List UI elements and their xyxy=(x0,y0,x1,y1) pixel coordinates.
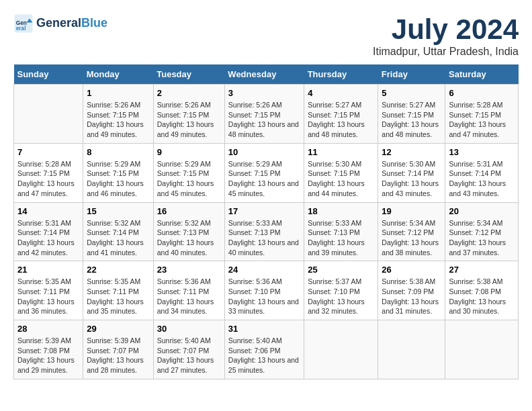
header-cell-tuesday: Tuesday xyxy=(153,64,224,85)
day-cell: 8Sunrise: 5:29 AMSunset: 7:15 PMDaylight… xyxy=(83,143,154,202)
day-cell: 24Sunrise: 5:36 AMSunset: 7:10 PMDayligh… xyxy=(224,261,304,320)
day-info: Sunrise: 5:29 AMSunset: 7:15 PMDaylight:… xyxy=(228,159,300,199)
day-info: Sunrise: 5:37 AMSunset: 7:10 PMDaylight:… xyxy=(308,277,374,316)
day-number: 7 xyxy=(17,147,79,157)
day-number: 18 xyxy=(308,206,374,216)
day-info: Sunrise: 5:29 AMSunset: 7:15 PMDaylight:… xyxy=(157,159,221,199)
day-info: Sunrise: 5:38 AMSunset: 7:09 PMDaylight:… xyxy=(382,277,441,316)
day-cell: 4Sunrise: 5:27 AMSunset: 7:15 PMDaylight… xyxy=(304,85,378,144)
header-cell-friday: Friday xyxy=(378,64,445,85)
day-cell: 9Sunrise: 5:29 AMSunset: 7:15 PMDaylight… xyxy=(153,143,224,202)
day-info: Sunrise: 5:30 AMSunset: 7:14 PMDaylight:… xyxy=(382,159,441,199)
day-cell: 20Sunrise: 5:34 AMSunset: 7:12 PMDayligh… xyxy=(445,202,519,261)
day-info: Sunrise: 5:40 AMSunset: 7:06 PMDaylight:… xyxy=(228,336,300,375)
day-cell: 18Sunrise: 5:33 AMSunset: 7:13 PMDayligh… xyxy=(304,202,378,261)
day-cell: 14Sunrise: 5:31 AMSunset: 7:14 PMDayligh… xyxy=(14,202,83,261)
day-cell: 30Sunrise: 5:40 AMSunset: 7:07 PMDayligh… xyxy=(153,320,224,379)
week-row-4: 21Sunrise: 5:35 AMSunset: 7:11 PMDayligh… xyxy=(14,261,519,320)
day-info: Sunrise: 5:32 AMSunset: 7:13 PMDaylight:… xyxy=(157,218,221,258)
day-cell xyxy=(378,320,445,379)
header-row: SundayMondayTuesdayWednesdayThursdayFrid… xyxy=(14,64,519,85)
day-cell: 16Sunrise: 5:32 AMSunset: 7:13 PMDayligh… xyxy=(153,202,224,261)
day-info: Sunrise: 5:31 AMSunset: 7:14 PMDaylight:… xyxy=(449,159,515,199)
logo: Gen eral GeneralBlue xyxy=(13,13,107,34)
header-cell-wednesday: Wednesday xyxy=(224,64,304,85)
day-number: 20 xyxy=(449,206,515,216)
day-info: Sunrise: 5:39 AMSunset: 7:07 PMDaylight:… xyxy=(87,336,150,375)
day-number: 11 xyxy=(308,147,374,157)
svg-text:eral: eral xyxy=(16,26,26,32)
day-number: 31 xyxy=(228,324,300,334)
day-info: Sunrise: 5:27 AMSunset: 7:15 PMDaylight:… xyxy=(382,100,441,140)
day-number: 24 xyxy=(228,265,300,275)
day-info: Sunrise: 5:36 AMSunset: 7:11 PMDaylight:… xyxy=(157,277,221,316)
day-number: 1 xyxy=(87,88,150,98)
day-info: Sunrise: 5:35 AMSunset: 7:11 PMDaylight:… xyxy=(87,277,150,316)
day-info: Sunrise: 5:36 AMSunset: 7:10 PMDaylight:… xyxy=(228,277,300,316)
main-title: July 2024 xyxy=(373,13,519,46)
day-cell: 1Sunrise: 5:26 AMSunset: 7:15 PMDaylight… xyxy=(83,85,154,144)
day-cell: 13Sunrise: 5:31 AMSunset: 7:14 PMDayligh… xyxy=(445,143,519,202)
day-number: 22 xyxy=(87,265,150,275)
day-info: Sunrise: 5:32 AMSunset: 7:14 PMDaylight:… xyxy=(87,218,150,258)
header-cell-saturday: Saturday xyxy=(445,64,519,85)
day-cell: 29Sunrise: 5:39 AMSunset: 7:07 PMDayligh… xyxy=(83,320,154,379)
logo-text: GeneralBlue xyxy=(36,17,107,30)
day-cell: 12Sunrise: 5:30 AMSunset: 7:14 PMDayligh… xyxy=(378,143,445,202)
day-number: 19 xyxy=(382,206,441,216)
week-row-3: 14Sunrise: 5:31 AMSunset: 7:14 PMDayligh… xyxy=(14,202,519,261)
day-number: 3 xyxy=(228,88,300,98)
day-cell xyxy=(304,320,378,379)
day-number: 8 xyxy=(87,147,150,157)
day-number: 5 xyxy=(382,88,441,98)
day-cell: 19Sunrise: 5:34 AMSunset: 7:12 PMDayligh… xyxy=(378,202,445,261)
day-number: 21 xyxy=(17,265,79,275)
day-number: 15 xyxy=(87,206,150,216)
calendar-body: 1Sunrise: 5:26 AMSunset: 7:15 PMDaylight… xyxy=(14,85,519,379)
day-number: 23 xyxy=(157,265,221,275)
day-number: 26 xyxy=(382,265,441,275)
day-cell: 17Sunrise: 5:33 AMSunset: 7:13 PMDayligh… xyxy=(224,202,304,261)
logo-icon: Gen eral xyxy=(13,13,34,34)
day-cell: 2Sunrise: 5:26 AMSunset: 7:15 PMDaylight… xyxy=(153,85,224,144)
day-number: 9 xyxy=(157,147,221,157)
day-number: 28 xyxy=(17,324,79,334)
day-number: 6 xyxy=(449,88,515,98)
day-info: Sunrise: 5:33 AMSunset: 7:13 PMDaylight:… xyxy=(228,218,300,258)
day-number: 29 xyxy=(87,324,150,334)
day-info: Sunrise: 5:31 AMSunset: 7:14 PMDaylight:… xyxy=(17,218,79,258)
day-number: 13 xyxy=(449,147,515,157)
day-info: Sunrise: 5:26 AMSunset: 7:15 PMDaylight:… xyxy=(157,100,221,140)
calendar-header: SundayMondayTuesdayWednesdayThursdayFrid… xyxy=(14,64,519,85)
day-cell: 31Sunrise: 5:40 AMSunset: 7:06 PMDayligh… xyxy=(224,320,304,379)
day-number: 14 xyxy=(17,206,79,216)
day-cell: 28Sunrise: 5:39 AMSunset: 7:08 PMDayligh… xyxy=(14,320,83,379)
week-row-2: 7Sunrise: 5:28 AMSunset: 7:15 PMDaylight… xyxy=(14,143,519,202)
day-info: Sunrise: 5:34 AMSunset: 7:12 PMDaylight:… xyxy=(449,218,515,258)
day-number: 4 xyxy=(308,88,374,98)
day-cell: 27Sunrise: 5:38 AMSunset: 7:08 PMDayligh… xyxy=(445,261,519,320)
calendar-table: SundayMondayTuesdayWednesdayThursdayFrid… xyxy=(13,64,519,379)
day-cell xyxy=(14,85,83,144)
day-cell: 23Sunrise: 5:36 AMSunset: 7:11 PMDayligh… xyxy=(153,261,224,320)
day-info: Sunrise: 5:28 AMSunset: 7:15 PMDaylight:… xyxy=(17,159,79,199)
day-cell: 7Sunrise: 5:28 AMSunset: 7:15 PMDaylight… xyxy=(14,143,83,202)
header-cell-monday: Monday xyxy=(83,64,154,85)
day-info: Sunrise: 5:26 AMSunset: 7:15 PMDaylight:… xyxy=(87,100,150,140)
day-info: Sunrise: 5:29 AMSunset: 7:15 PMDaylight:… xyxy=(87,159,150,199)
day-cell xyxy=(445,320,519,379)
day-info: Sunrise: 5:26 AMSunset: 7:15 PMDaylight:… xyxy=(228,100,300,140)
day-number: 25 xyxy=(308,265,374,275)
day-cell: 10Sunrise: 5:29 AMSunset: 7:15 PMDayligh… xyxy=(224,143,304,202)
week-row-1: 1Sunrise: 5:26 AMSunset: 7:15 PMDaylight… xyxy=(14,85,519,144)
week-row-5: 28Sunrise: 5:39 AMSunset: 7:08 PMDayligh… xyxy=(14,320,519,379)
day-info: Sunrise: 5:38 AMSunset: 7:08 PMDaylight:… xyxy=(449,277,515,316)
day-info: Sunrise: 5:30 AMSunset: 7:15 PMDaylight:… xyxy=(308,159,374,199)
day-cell: 26Sunrise: 5:38 AMSunset: 7:09 PMDayligh… xyxy=(378,261,445,320)
day-number: 16 xyxy=(157,206,221,216)
title-block: July 2024 Itimadpur, Uttar Pradesh, Indi… xyxy=(373,13,519,58)
day-cell: 11Sunrise: 5:30 AMSunset: 7:15 PMDayligh… xyxy=(304,143,378,202)
day-info: Sunrise: 5:33 AMSunset: 7:13 PMDaylight:… xyxy=(308,218,374,258)
day-cell: 21Sunrise: 5:35 AMSunset: 7:11 PMDayligh… xyxy=(14,261,83,320)
day-number: 27 xyxy=(449,265,515,275)
